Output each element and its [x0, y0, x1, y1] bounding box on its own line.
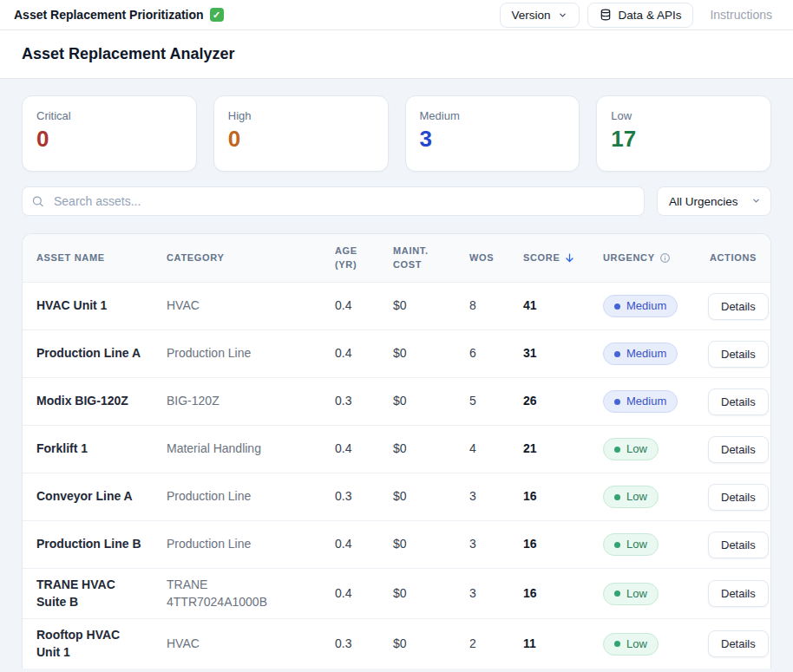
score-cell: 11	[523, 636, 603, 653]
urgency-filter-select[interactable]: All Urgencies	[657, 186, 771, 216]
check-badge-icon: ✓	[210, 8, 224, 22]
age-cell: 0.4	[335, 345, 393, 362]
asset-name-cell: Conveyor Line A	[36, 488, 167, 506]
urgency-dot-icon	[614, 447, 620, 453]
asset-name-cell: Production Line B	[36, 536, 167, 553]
maint-cost-cell: $0	[393, 585, 469, 603]
actions-cell: Details	[708, 630, 769, 657]
table-row: HVAC Unit 1 HVAC 0.4 $0 8 41 Medium Deta…	[23, 282, 770, 329]
page-title: Asset Replacement Analyzer	[22, 45, 771, 63]
summary-card-value: 0	[36, 127, 182, 153]
score-cell: 26	[523, 393, 603, 410]
details-button[interactable]: Details	[708, 293, 769, 320]
urgency-dot-icon	[614, 641, 620, 647]
urgency-badge: Low	[603, 633, 659, 656]
age-cell: 0.3	[335, 636, 393, 653]
wos-cell: 5	[469, 393, 523, 410]
urgency-badge: Low	[603, 583, 659, 605]
details-button[interactable]: Details	[708, 388, 769, 415]
urgency-badge: Medium	[603, 343, 678, 365]
summary-card-value: 3	[420, 127, 566, 153]
category-cell: Production Line	[167, 488, 335, 506]
urgency-cell: Medium	[603, 295, 708, 317]
column-header-category[interactable]: Category	[167, 251, 335, 265]
table-row: Production Line A Production Line 0.4 $0…	[23, 329, 770, 377]
column-header-asset-name[interactable]: Asset Name	[36, 251, 167, 265]
instructions-button[interactable]: Instructions	[701, 3, 781, 28]
category-cell: Production Line	[167, 345, 335, 362]
actions-cell: Details	[708, 341, 769, 368]
chevron-down-icon	[558, 10, 567, 20]
score-cell: 21	[523, 440, 603, 458]
actions-cell: Details	[708, 388, 769, 415]
actions-cell: Details	[708, 484, 769, 511]
asset-name-cell: HVAC Unit 1	[36, 297, 167, 315]
data-apis-button[interactable]: Data & APIs	[587, 3, 694, 28]
summary-card-value: 17	[611, 127, 757, 153]
table-row: Production Line B Production Line 0.4 $0…	[23, 520, 770, 568]
database-icon	[600, 9, 612, 21]
info-circle-icon[interactable]	[659, 252, 671, 264]
summary-card-label: Medium	[420, 109, 566, 122]
score-cell: 41	[523, 297, 603, 315]
wos-cell: 6	[469, 345, 523, 362]
asset-name-cell: Rooftop HVAC Unit 1	[36, 627, 167, 661]
category-cell: Production Line	[167, 536, 335, 553]
maint-cost-cell: $0	[393, 636, 469, 653]
details-button[interactable]: Details	[708, 532, 769, 558]
urgency-badge: Low	[603, 438, 659, 460]
top-bar: Asset Replacement Prioritization ✓ Versi…	[0, 0, 793, 30]
urgency-badge: Low	[603, 486, 659, 508]
filter-row: All Urgencies	[22, 186, 771, 216]
table-row: Forklift 1 Material Handling 0.4 $0 4 21…	[23, 425, 770, 473]
summary-card-label: High	[228, 109, 374, 122]
urgency-cell: Medium	[603, 343, 708, 365]
column-header-urgency[interactable]: Urgency	[603, 251, 708, 265]
urgency-dot-icon	[614, 303, 620, 310]
summary-card-label: Low	[611, 109, 757, 122]
sort-desc-icon[interactable]	[564, 252, 575, 264]
wos-cell: 2	[469, 636, 523, 653]
details-button[interactable]: Details	[708, 341, 769, 368]
maint-cost-cell: $0	[393, 393, 469, 410]
maint-cost-cell: $0	[393, 440, 469, 458]
urgency-cell: Low	[603, 486, 708, 508]
summary-card-low: Low 17	[596, 95, 771, 172]
score-cell: 16	[523, 536, 603, 553]
age-cell: 0.4	[335, 585, 393, 603]
table-row: TRANE HVAC Suite B TRANE 4TTR7024A1000B …	[23, 568, 770, 618]
column-header-wos[interactable]: WOs	[469, 251, 523, 265]
maint-cost-cell: $0	[393, 297, 469, 315]
wos-cell: 4	[469, 440, 523, 458]
urgency-cell: Low	[603, 533, 708, 556]
urgency-dot-icon	[614, 590, 620, 597]
age-cell: 0.3	[335, 393, 393, 410]
table-header-row: Asset Name Category Age (yr) Maint. Cost…	[23, 234, 770, 282]
details-button[interactable]: Details	[708, 630, 769, 657]
search-box	[22, 186, 645, 216]
urgency-cell: Medium	[603, 390, 708, 413]
score-cell: 16	[523, 585, 603, 603]
summary-card-value: 0	[228, 127, 374, 153]
summary-card-medium: Medium 3	[405, 95, 580, 172]
maint-cost-cell: $0	[393, 536, 469, 553]
asset-name-cell: Forklift 1	[36, 440, 167, 458]
asset-name-cell: TRANE HVAC Suite B	[36, 577, 167, 610]
details-button[interactable]: Details	[708, 484, 769, 511]
details-button[interactable]: Details	[708, 436, 769, 463]
asset-name-cell: Production Line A	[36, 345, 167, 362]
category-cell: HVAC	[167, 636, 335, 653]
details-button[interactable]: Details	[708, 580, 769, 607]
search-input[interactable]	[22, 186, 645, 216]
urgency-cell: Low	[603, 438, 708, 460]
column-header-age[interactable]: Age (yr)	[335, 245, 393, 272]
column-header-maint-cost[interactable]: Maint. Cost	[393, 245, 469, 272]
category-cell: TRANE 4TTR7024A1000B	[167, 577, 335, 610]
column-header-score[interactable]: Score	[523, 251, 603, 265]
maint-cost-cell: $0	[393, 488, 469, 506]
actions-cell: Details	[708, 580, 769, 607]
page-header: Asset Replacement Analyzer	[0, 30, 793, 79]
maint-cost-cell: $0	[393, 345, 469, 362]
app-title: Asset Replacement Prioritization	[14, 8, 204, 22]
version-button[interactable]: Version	[500, 3, 580, 28]
